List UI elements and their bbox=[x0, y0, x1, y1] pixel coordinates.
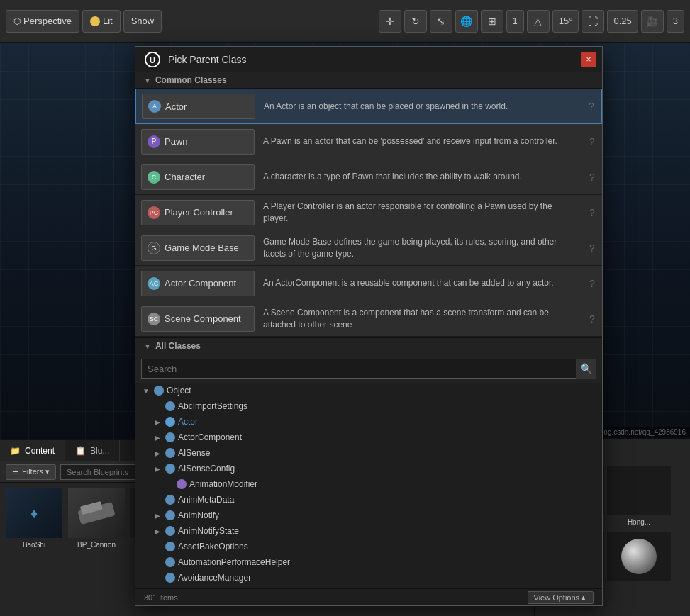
pick-parent-class-dialog: U Pick Parent Class × ▼ Common Classes A… bbox=[135, 46, 603, 606]
expand-avoidance-icon bbox=[152, 573, 162, 583]
all-classes-triangle: ▼ bbox=[144, 342, 151, 350]
animnotify-tree-icon bbox=[165, 510, 175, 520]
class-tree-list[interactable]: ▼ Object AbcImportSettings ▶ Actor ▶ bbox=[135, 383, 602, 588]
class-search-input[interactable] bbox=[142, 364, 576, 374]
tree-item-actor[interactable]: ▶ Actor bbox=[135, 414, 602, 430]
tree-item-automation[interactable]: AutomationPerformaceHelper bbox=[135, 554, 602, 570]
assetbake-tree-label: AssetBakeOptions bbox=[178, 542, 248, 551]
expand-assetbake-icon bbox=[152, 542, 162, 551]
character-button[interactable]: C Character bbox=[141, 164, 255, 190]
aisenseconfig-tree-label: AISenseConfig bbox=[178, 464, 235, 474]
all-classes-search-row: 🔍 bbox=[135, 354, 602, 383]
common-classes-label: Common Classes bbox=[155, 75, 227, 85]
actor-tree-icon bbox=[165, 417, 175, 427]
expand-automation-icon bbox=[152, 557, 162, 567]
expand-animmod-icon bbox=[164, 479, 174, 489]
dialog-titlebar: U Pick Parent Class × bbox=[135, 47, 602, 72]
class-search-button[interactable]: 🔍 bbox=[576, 359, 596, 379]
game-mode-info-icon[interactable]: ? bbox=[585, 241, 599, 255]
actor-comp-icon: AC bbox=[148, 277, 160, 290]
avoidance-tree-icon bbox=[165, 573, 175, 583]
player-controller-button[interactable]: PC Player Controller bbox=[141, 200, 255, 225]
all-classes-section: ▼ All Classes 🔍 ▼ Object A bbox=[135, 337, 602, 605]
game-mode-icon: G bbox=[148, 242, 160, 254]
scene-component-button[interactable]: SC Scene Component bbox=[141, 306, 255, 332]
all-classes-label: All Classes bbox=[155, 341, 201, 351]
expand-abc-icon bbox=[152, 401, 162, 411]
tree-item-animnotifystate[interactable]: ▶ AnimNotifyState bbox=[135, 523, 602, 539]
tree-item-animmetadata[interactable]: AnimMetaData bbox=[135, 492, 602, 508]
class-search-wrap: 🔍 bbox=[141, 359, 596, 379]
actor-label: Actor bbox=[165, 101, 187, 112]
pawn-icon: P bbox=[148, 135, 160, 148]
dialog-title: Pick Parent Class bbox=[168, 54, 246, 65]
actorcomp-tree-label: ActorComponent bbox=[178, 432, 242, 442]
animmetadata-tree-label: AnimMetaData bbox=[178, 495, 234, 505]
scene-component-label: Scene Component bbox=[165, 313, 241, 324]
character-label: Character bbox=[165, 172, 205, 182]
actor-row[interactable]: A Actor An Actor is an object that can b… bbox=[135, 89, 602, 124]
animnotifystate-tree-label: AnimNotifyState bbox=[178, 526, 239, 536]
pawn-info-icon[interactable]: ? bbox=[585, 135, 599, 149]
automation-tree-label: AutomationPerformaceHelper bbox=[178, 557, 290, 567]
scene-component-description: A Scene Component is a component that ha… bbox=[263, 307, 585, 331]
item-count-label: 301 items bbox=[144, 593, 178, 602]
pawn-label: Pawn bbox=[165, 136, 188, 147]
game-mode-row[interactable]: G Game Mode Base Game Mode Base defines … bbox=[135, 230, 602, 266]
animnotifystate-tree-icon bbox=[165, 526, 175, 536]
expand-actor-icon: ▶ bbox=[152, 417, 162, 427]
expand-animnotifystate-icon: ▶ bbox=[152, 526, 162, 536]
character-row[interactable]: C Character A character is a type of Paw… bbox=[135, 159, 602, 195]
tree-item-aisenseconfig[interactable]: ▶ AISenseConfig bbox=[135, 461, 602, 476]
player-ctrl-info-icon[interactable]: ? bbox=[585, 206, 599, 220]
expand-object-icon: ▼ bbox=[141, 386, 151, 396]
scene-comp-info-icon[interactable]: ? bbox=[585, 312, 599, 326]
pawn-description: A Pawn is an actor that can be 'possesse… bbox=[263, 135, 585, 147]
actorcomp-tree-icon bbox=[165, 432, 175, 442]
pawn-button[interactable]: P Pawn bbox=[141, 129, 255, 155]
game-mode-button[interactable]: G Game Mode Base bbox=[141, 235, 255, 261]
tree-item-animmod[interactable]: AnimationModifier bbox=[135, 476, 602, 492]
player-controller-description: A Player Controller is an actor responsi… bbox=[263, 201, 585, 225]
collapse-triangle: ▼ bbox=[144, 77, 151, 84]
animmetadata-tree-icon bbox=[165, 495, 175, 505]
class-list: A Actor An Actor is an object that can b… bbox=[135, 89, 602, 337]
tree-item-abc[interactable]: AbcImportSettings bbox=[135, 398, 602, 414]
tree-item-assetbake[interactable]: AssetBakeOptions bbox=[135, 539, 602, 554]
player-controller-label: Player Controller bbox=[165, 207, 233, 218]
player-controller-row[interactable]: PC Player Controller A Player Controller… bbox=[135, 195, 602, 230]
tree-item-object[interactable]: ▼ Object bbox=[135, 383, 602, 398]
actor-info-icon[interactable]: ? bbox=[584, 99, 599, 113]
animnotify-tree-label: AnimNotify bbox=[178, 510, 219, 520]
animmod-tree-label: AnimationModifier bbox=[189, 479, 257, 489]
actor-component-description: An ActorComponent is a reusable componen… bbox=[263, 277, 585, 289]
view-options-button[interactable]: View Options▲ bbox=[528, 591, 594, 604]
modal-overlay: U Pick Parent Class × ▼ Common Classes A… bbox=[0, 0, 690, 616]
scene-component-row[interactable]: SC Scene Component A Scene Component is … bbox=[135, 301, 602, 337]
tree-item-aisense[interactable]: ▶ AISense bbox=[135, 445, 602, 461]
character-icon: C bbox=[148, 171, 160, 184]
svg-text:U: U bbox=[150, 55, 155, 64]
actor-description: An Actor is an object that can be placed… bbox=[264, 101, 584, 113]
pawn-row[interactable]: P Pawn A Pawn is an actor that can be 'p… bbox=[135, 124, 602, 159]
object-label: Object bbox=[167, 386, 191, 396]
actor-component-row[interactable]: AC Actor Component An ActorComponent is … bbox=[135, 266, 602, 301]
actor-comp-info-icon[interactable]: ? bbox=[585, 276, 599, 291]
scene-comp-icon: SC bbox=[148, 313, 160, 325]
ue-logo: U bbox=[144, 51, 161, 68]
dialog-close-button[interactable]: × bbox=[581, 52, 596, 67]
tree-item-animnotify[interactable]: ▶ AnimNotify bbox=[135, 508, 602, 523]
expand-aisenseconfig-icon: ▶ bbox=[152, 464, 162, 474]
actor-component-button[interactable]: AC Actor Component bbox=[141, 271, 255, 296]
actor-icon: A bbox=[148, 100, 161, 113]
object-icon bbox=[154, 386, 164, 396]
character-info-icon[interactable]: ? bbox=[585, 170, 599, 184]
aisenseconfig-tree-icon bbox=[165, 464, 175, 474]
abc-icon bbox=[165, 401, 175, 411]
all-classes-header: ▼ All Classes bbox=[135, 338, 602, 354]
tree-item-actorcomp[interactable]: ▶ ActorComponent bbox=[135, 430, 602, 445]
tree-item-avoidance[interactable]: AvoidanceManager bbox=[135, 570, 602, 586]
expand-aisense-icon: ▶ bbox=[152, 448, 162, 458]
actor-button[interactable]: A Actor bbox=[142, 94, 255, 119]
avoidance-tree-label: AvoidanceManager bbox=[178, 573, 251, 583]
